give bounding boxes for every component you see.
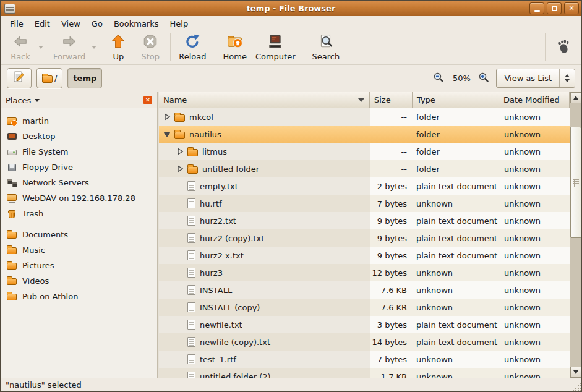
column-header-type[interactable]: Type [413,92,499,108]
zoom-out-button[interactable] [433,72,445,85]
menu-view[interactable]: View [56,17,86,30]
toolbar-button-up[interactable]: Up [102,32,134,62]
file-row[interactable]: test_1.rtf7 bytesunknownunknown [159,351,570,368]
file-row[interactable]: hurz2 x.txt9 bytesplain text documentunk… [159,247,570,264]
places-title[interactable]: Places [6,96,31,105]
expander-collapsed-icon[interactable] [176,165,184,173]
column-header-date-modified[interactable]: Date Modified [499,92,570,108]
menu-bookmarks[interactable]: Bookmarks [108,17,165,30]
menu-edit[interactable]: Edit [29,17,56,30]
file-list-view: NameSizeTypeDate Modified mkcol--folderu… [159,92,570,378]
folder-icon [187,166,198,174]
vertical-scrollbar[interactable] [570,92,581,378]
zoom-out-icon [433,72,445,83]
cell-type: folder [413,108,499,126]
file-name: newfile (copy).txt [200,338,270,347]
toolbar-dropdown-forward[interactable] [90,35,98,59]
minimize-button[interactable] [529,2,544,14]
cell-name: empty.txt [159,177,370,195]
toolbar-button-search[interactable]: Search [308,32,344,62]
file-row[interactable]: hurz2.txt9 bytesplain text documentunkno… [159,212,570,229]
cell-date-modified: unknown [499,212,570,229]
expander-placeholder [176,252,184,260]
toolbar-button-forward[interactable]: Forward [49,32,90,62]
cell-date-modified: unknown [499,264,570,281]
scrollbar-thumb[interactable] [570,127,581,238]
file-row[interactable]: nautilus--folderunknown [159,126,570,143]
root-path-button[interactable]: / [36,68,62,88]
toolbar-button-stop[interactable]: Stop [134,32,166,62]
file-row[interactable]: empty.txt2 bytesplain text documentunkno… [159,177,570,195]
file-row[interactable]: mkcol--folderunknown [159,108,570,126]
file-row[interactable]: untitled folder--folderunknown [159,160,570,177]
cell-name: untitled folder (2) [159,368,370,378]
menu-help[interactable]: Help [165,17,194,30]
sidebar-item-music[interactable]: Music [1,242,157,258]
column-header-name[interactable]: Name [159,92,370,108]
cell-type: plain text document [413,212,499,229]
column-header-size[interactable]: Size [370,92,413,108]
titlebar[interactable]: temp - File Browser ✕ [1,1,581,16]
toolbar-button-label: Computer [255,52,296,61]
sidebar-item-network-servers[interactable]: Network Servers [1,175,157,190]
cell-date-modified: unknown [499,177,570,195]
file-row[interactable]: untitled folder (2)1.7 KBunknownunknown [159,368,570,378]
cell-date-modified: unknown [499,351,570,368]
file-row[interactable]: newfile (copy).txt14 bytesplain text doc… [159,333,570,351]
file-name: hurz2.txt [200,216,236,226]
expander-collapsed-icon[interactable] [163,113,171,121]
maximize-icon [552,6,557,11]
scroll-up-button[interactable] [570,92,581,103]
menu-go[interactable]: Go [86,17,108,30]
cell-type: plain text document [413,177,499,195]
toolbar-button-computer[interactable]: Computer [251,32,300,62]
path-button-temp[interactable]: temp [67,68,102,88]
expander-collapsed-icon[interactable] [176,148,184,156]
sidebar-item-martin[interactable]: martin [1,113,157,129]
sidebar-item-pub-on-athlon[interactable]: Pub on Athlon [1,289,157,304]
sidebar-item-videos[interactable]: Videos [1,273,157,289]
toolbar-button-home[interactable]: Home [219,32,251,62]
cell-type: unknown [413,281,499,299]
cell-type: folder [413,143,499,160]
sidebar-item-pictures[interactable]: Pictures [1,258,157,273]
expander-expanded-icon[interactable] [163,130,171,138]
edit-location-button[interactable] [7,68,32,88]
sidebar-close-button[interactable]: ✕ [143,96,152,104]
cell-size: 7.6 KB [370,299,413,316]
expander-placeholder [176,269,184,277]
sidebar-item-desktop[interactable]: Desktop [1,129,157,144]
toolbar-separator [304,33,304,61]
toolbar: BackForwardUpStopReloadHomeComputerSearc… [1,31,581,65]
expander-placeholder [176,304,184,312]
file-row[interactable]: INSTALL (copy)7.6 KBunknownunknown [159,299,570,316]
file-row[interactable]: INSTALL7.6 KBunknownunknown [159,281,570,299]
toolbar-dropdown-back[interactable] [36,35,45,59]
resize-grip[interactable] [572,382,581,391]
sidebar-item-trash[interactable]: Trash [1,206,157,221]
expander-placeholder [176,338,184,346]
file-row[interactable]: hu.rtf7 bytesunknownunknown [159,195,570,212]
expander-placeholder [176,234,184,242]
scrollbar-track[interactable] [570,103,581,367]
file-row[interactable]: hurz2 (copy).txt9 bytesplain text docume… [159,229,570,247]
expander-placeholder [176,217,184,225]
toolbar-button-reload[interactable]: Reload [174,32,210,62]
file-icon [187,268,195,278]
menu-file[interactable]: File [4,17,29,30]
zoom-in-button[interactable] [478,72,490,85]
close-button[interactable]: ✕ [564,2,579,14]
sidebar-item-documents[interactable]: Documents [1,227,157,242]
sidebar-item-webdav-on-192-168-178-28[interactable]: WebDAV on 192.168.178.28 [1,190,157,206]
file-row[interactable]: hurz312 bytesunknownunknown [159,264,570,281]
sidebar-item-file-system[interactable]: File System [1,144,157,160]
toolbar-button-back[interactable]: Back [4,32,36,62]
file-row[interactable]: litmus--folderunknown [159,143,570,160]
view-mode-select[interactable]: View as List [496,69,575,88]
scroll-down-button[interactable] [570,367,581,378]
folder-icon [187,149,198,156]
maximize-button[interactable] [547,2,562,14]
sidebar-item-label: WebDAV on 192.168.178.28 [22,194,135,203]
sidebar-item-floppy-drive[interactable]: Floppy Drive [1,160,157,175]
file-row[interactable]: newfile.txt3 bytesplain text documentunk… [159,316,570,333]
